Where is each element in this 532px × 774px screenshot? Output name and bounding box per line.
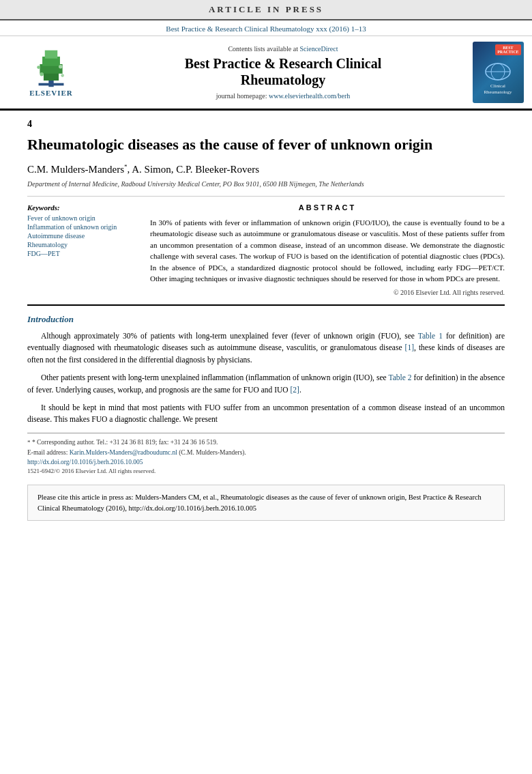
svg-point-8	[37, 66, 40, 69]
intro-paragraph-1: Although approximately 30% of patients w…	[27, 330, 505, 367]
table2-link[interactable]: Table 2	[388, 373, 411, 382]
keyword-1[interactable]: Fever of unknown origin	[27, 214, 136, 222]
homepage-url[interactable]: www.elsevierhealth.com/berh	[269, 92, 350, 100]
keywords-column: Keywords: Fever of unknown origin Inflam…	[27, 203, 136, 296]
citation-box: Please cite this article in press as: Mu…	[27, 485, 505, 521]
svg-point-7	[59, 65, 63, 69]
section-title-introduction: Introduction	[27, 314, 505, 325]
abstract-title: ABSTRACT	[150, 203, 505, 212]
elsevier-tree-icon	[24, 48, 78, 89]
copyright-text: © 2016 Elsevier Ltd. All rights reserved…	[150, 289, 505, 296]
citation-text: Best Practice & Research Clinical Rheuma…	[166, 25, 366, 33]
article-title: Rheumatologic diseases as the cause of f…	[27, 135, 505, 155]
intro-paragraph-2: Other patients present with long-term un…	[27, 372, 505, 397]
keyword-based: based	[311, 252, 328, 260]
svg-rect-1	[39, 83, 64, 86]
doi-link[interactable]: http://dx.doi.org/10.1016/j.berh.2016.10…	[27, 459, 143, 465]
keyword-5[interactable]: FDG—PET	[27, 250, 136, 257]
page: ARTICLE IN PRESS Best Practice & Researc…	[0, 0, 532, 774]
journal-header: ELSEVIER Contents lists available at Sci…	[0, 36, 532, 111]
divider-1	[27, 196, 505, 197]
journal-name-area: Contents lists available at ScienceDirec…	[102, 42, 464, 103]
ref2-link[interactable]: [2]	[290, 386, 299, 394]
journal-homepage: journal homepage: www.elsevierhealth.com…	[216, 92, 351, 100]
corresponding-author-note: * * Corresponding author. Tel.: +31 24 3…	[27, 438, 505, 448]
cover-icon	[484, 61, 512, 82]
author-names-rest: , A. Simon, C.P. Bleeker-Rovers	[128, 164, 259, 175]
footnotes-section: * * Corresponding author. Tel.: +31 24 3…	[27, 433, 505, 476]
banner-text: ARTICLE IN PRESS	[209, 4, 323, 14]
elsevier-wordmark: ELSEVIER	[29, 89, 73, 97]
svg-point-6	[40, 72, 44, 76]
authors: C.M. Mulders-Manders*, A. Simon, C.P. Bl…	[27, 163, 505, 175]
doi-line: http://dx.doi.org/10.1016/j.berh.2016.10…	[27, 457, 505, 467]
divider-2	[27, 304, 505, 306]
keyword-2[interactable]: Inflammation of unknown origin	[27, 223, 136, 231]
journal-title: Best Practice & Research ClinicalRheumat…	[185, 55, 381, 88]
keywords-title: Keywords:	[27, 203, 136, 212]
abstract-text: In 30% of patients with fever or inflamm…	[150, 217, 505, 285]
email-line: E-mail address: Karin.Mulders-Manders@ra…	[27, 448, 505, 457]
article-body: 4 Rheumatologic diseases as the cause of…	[0, 111, 532, 529]
journal-citation-line: Best Practice & Research Clinical Rheuma…	[0, 20, 532, 36]
issn-line: 1521-6942/© 2016 Elsevier Ltd. All right…	[27, 467, 505, 476]
citation-text: Please cite this article in press as: Mu…	[38, 493, 482, 512]
table1-link[interactable]: Table 1	[418, 332, 443, 340]
elsevier-logo: ELSEVIER	[7, 48, 95, 97]
sciencedirect-link[interactable]: ScienceDirect	[299, 45, 338, 53]
affiliation: Department of Internal Medicine, Radboud…	[27, 180, 505, 189]
svg-rect-5	[45, 51, 57, 59]
article-in-press-banner: ARTICLE IN PRESS	[0, 0, 532, 20]
ref1-link[interactable]: [1]	[405, 343, 414, 352]
email-link[interactable]: Karin.Mulders-Manders@radboudumc.nl	[70, 449, 177, 456]
author-names: C.M. Mulders-Manders	[27, 164, 124, 175]
article-number: 4	[27, 119, 505, 130]
journal-cover-image: BESTPRACTICE ClinicalRheumatology	[473, 42, 524, 103]
intro-paragraph-3: It should be kept in mind that most pati…	[27, 402, 505, 427]
corresponding-text: * Corresponding author. Tel.: +31 24 36 …	[32, 439, 218, 446]
keywords-abstract-section: Keywords: Fever of unknown origin Inflam…	[27, 203, 505, 296]
cover-text: ClinicalRheumatology	[484, 83, 512, 96]
journal-cover-area: BESTPRACTICE ClinicalRheumatology	[471, 42, 525, 103]
keyword-3[interactable]: Autoimmune disease	[27, 232, 136, 240]
elsevier-logo-area: ELSEVIER	[7, 42, 95, 103]
best-badge: BESTPRACTICE	[495, 44, 520, 55]
svg-point-9	[61, 74, 64, 77]
contents-available-text: Contents lists available at ScienceDirec…	[228, 45, 338, 53]
keyword-4[interactable]: Rheumatology	[27, 241, 136, 248]
abstract-column: ABSTRACT In 30% of patients with fever o…	[150, 203, 505, 296]
